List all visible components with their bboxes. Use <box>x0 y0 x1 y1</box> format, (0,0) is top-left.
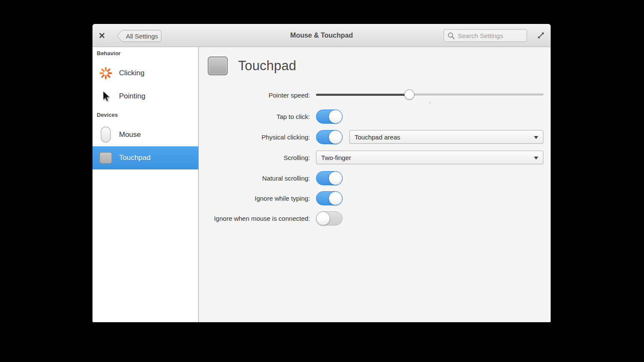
row-pointer-speed: Pointer speed: <box>199 88 544 102</box>
slider-center-tick <box>429 101 430 104</box>
row-ignore-while-typing: Ignore while typing: <box>199 191 544 205</box>
touchpad-page-icon <box>207 56 228 76</box>
row-physical-clicking: Physical clicking: Touchpad areas <box>199 130 544 144</box>
physical-clicking-label: Physical clicking: <box>199 134 310 141</box>
maximize-button[interactable] <box>537 31 545 40</box>
all-settings-back-button[interactable]: All Settings <box>116 30 162 42</box>
natural-scrolling-toggle[interactable] <box>316 171 343 185</box>
sidebar-item-touchpad[interactable]: Touchpad <box>92 146 198 169</box>
sidebar-item-label: Pointing <box>119 92 145 101</box>
clicking-burst-icon <box>98 64 113 83</box>
scrolling-label: Scrolling: <box>199 154 310 161</box>
physical-clicking-toggle[interactable] <box>316 130 343 144</box>
sidebar-section-devices: Devices <box>97 112 118 118</box>
ignore-mouse-connected-toggle[interactable] <box>316 211 343 226</box>
toggle-knob <box>328 110 343 124</box>
ignore-mouse-connected-label: Ignore when mouse is connected: <box>199 215 310 222</box>
toggle-knob <box>328 191 343 205</box>
tap-to-click-label: Tap to click: <box>199 113 310 120</box>
settings-window: All Settings Mouse & Touchpad Behavior <box>92 24 551 322</box>
natural-scrolling-label: Natural scrolling: <box>199 175 310 182</box>
headerbar: All Settings Mouse & Touchpad <box>92 24 551 47</box>
slider-fill <box>316 94 409 96</box>
physical-clicking-dropdown[interactable]: Touchpad areas <box>349 130 543 144</box>
pointer-speed-label: Pointer speed: <box>199 92 310 99</box>
sidebar-section-behavior: Behavior <box>97 50 121 56</box>
row-tap-to-click: Tap to click: <box>199 109 544 124</box>
pointer-cursor-icon <box>98 87 113 106</box>
back-button-label: All Settings <box>122 30 162 42</box>
mouse-icon <box>98 125 113 144</box>
chevron-down-icon <box>534 157 538 160</box>
touchpad-icon <box>98 148 113 167</box>
ignore-while-typing-toggle[interactable] <box>316 191 343 205</box>
row-ignore-mouse-connected: Ignore when mouse is connected: <box>199 211 544 226</box>
close-button[interactable] <box>97 30 107 41</box>
tap-to-click-toggle[interactable] <box>316 110 343 124</box>
search-field <box>444 29 527 42</box>
page-header: Touchpad <box>207 56 296 76</box>
sidebar-item-clicking[interactable]: Clicking <box>92 62 198 85</box>
sidebar-item-pointing[interactable]: Pointing <box>92 85 198 108</box>
search-input[interactable] <box>444 30 527 42</box>
sidebar-item-label: Clicking <box>119 69 145 77</box>
dropdown-value: Touchpad areas <box>355 134 400 141</box>
sidebar: Behavior <box>92 47 199 322</box>
dropdown-value: Two-finger <box>321 154 351 161</box>
page-title: Touchpad <box>238 58 296 74</box>
pointer-speed-slider[interactable] <box>316 88 543 102</box>
toggle-knob <box>328 130 343 144</box>
sidebar-item-label: Touchpad <box>119 154 151 162</box>
row-natural-scrolling: Natural scrolling: <box>199 171 544 185</box>
touchpad-page: Touchpad Pointer speed: Tap to click: <box>199 47 551 322</box>
toggle-knob <box>328 171 343 185</box>
row-scrolling: Scrolling: Two-finger <box>199 150 544 165</box>
close-icon <box>99 33 105 39</box>
sidebar-item-mouse[interactable]: Mouse <box>92 123 198 146</box>
slider-thumb[interactable] <box>404 89 414 100</box>
scrolling-dropdown[interactable]: Two-finger <box>316 151 543 164</box>
expand-arrows-icon <box>537 32 545 39</box>
ignore-while-typing-label: Ignore while typing: <box>199 195 310 202</box>
toggle-knob <box>316 211 330 226</box>
chevron-down-icon <box>534 136 538 139</box>
sidebar-item-label: Mouse <box>119 131 141 139</box>
